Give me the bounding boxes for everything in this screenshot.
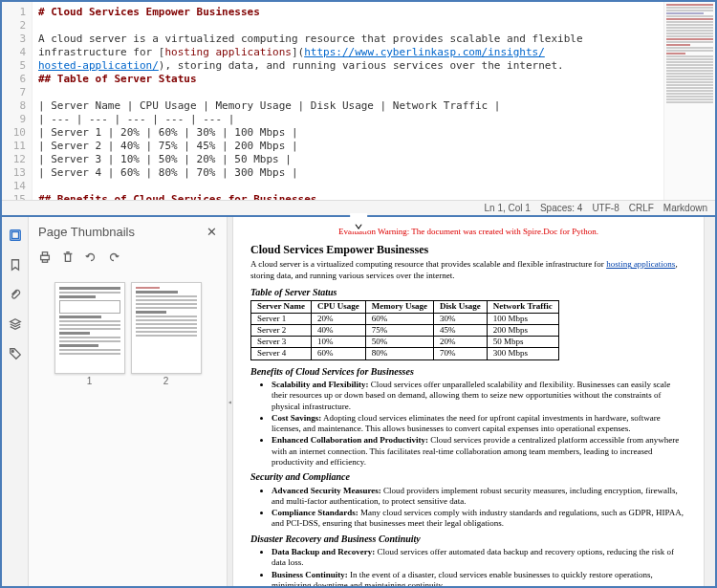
tag-icon[interactable] <box>9 347 22 363</box>
thumbnails-title: Page Thumbnails <box>38 225 135 239</box>
status-language[interactable]: Markdown <box>663 203 707 213</box>
bookmark-icon[interactable] <box>9 258 22 274</box>
editor-main: 1234567891011121314151617 # Cloud Servic… <box>2 2 663 215</box>
document-view[interactable]: Evaluation Warning: The document was cre… <box>233 217 704 586</box>
status-spaces[interactable]: Spaces: 4 <box>540 203 582 213</box>
doc-h2-security: Security and Compliance <box>250 471 686 484</box>
svg-rect-1 <box>11 232 18 239</box>
thumbnails-toolbar <box>29 247 227 274</box>
rotate-ccw-icon[interactable] <box>84 250 98 267</box>
close-icon[interactable]: ✕ <box>206 225 217 239</box>
server-status-table: Server NameCPU UsageMemory UsageDisk Usa… <box>250 300 559 359</box>
doc-h2-disaster: Disaster Recovery and Business Continuit… <box>250 534 686 546</box>
thumb-page-number: 2 <box>131 376 202 386</box>
code-area[interactable]: # Cloud Services Empower BusinessesA clo… <box>33 2 663 215</box>
thumb-page-number: 1 <box>54 376 125 386</box>
status-eol[interactable]: CRLF <box>629 203 654 213</box>
benefits-list: Scalability and Flexibility: Cloud servi… <box>272 380 686 468</box>
disaster-list: Data Backup and Recovery: Cloud services… <box>272 547 686 586</box>
svg-point-2 <box>11 351 13 353</box>
doc-intro: A cloud server is a virtualized computin… <box>250 259 686 281</box>
thumbnails-panel: Page Thumbnails ✕ 1 2 <box>29 217 228 586</box>
evaluation-warning: Evaluation Warning: The document was cre… <box>250 227 686 237</box>
minimap[interactable] <box>663 2 715 215</box>
thumbnails-icon[interactable] <box>9 229 22 245</box>
doc-title: Cloud Services Empower Businesses <box>250 243 686 257</box>
code-editor-pane: 1234567891011121314151617 # Cloud Servic… <box>2 2 715 217</box>
status-encoding[interactable]: UTF-8 <box>592 203 619 213</box>
layers-icon[interactable] <box>9 317 22 334</box>
svg-rect-5 <box>42 260 47 263</box>
svg-rect-4 <box>42 252 47 256</box>
print-icon[interactable] <box>38 250 52 267</box>
line-gutter: 1234567891011121314151617 <box>2 2 33 215</box>
pane-divider-chevron-icon[interactable]: ⌄ <box>350 213 367 231</box>
doc-h2-table: Table of Server Status <box>250 287 686 299</box>
attachment-icon[interactable] <box>9 288 22 304</box>
hosting-link[interactable]: hosting applications <box>606 259 675 269</box>
doc-h2-benefits: Benefits of Cloud Services for Businesse… <box>250 366 686 379</box>
pdf-sidebar-rail <box>2 217 29 586</box>
status-position[interactable]: Ln 1, Col 1 <box>485 203 531 213</box>
page-thumbnail[interactable] <box>131 282 202 374</box>
page-thumbnail[interactable] <box>54 282 125 374</box>
pdf-viewer-pane: Page Thumbnails ✕ 1 2 <box>2 217 715 586</box>
delete-icon[interactable] <box>61 250 75 267</box>
security-list: Advanced Security Measures: Cloud provid… <box>272 486 686 530</box>
rotate-cw-icon[interactable] <box>107 250 120 267</box>
vertical-scrollbar[interactable] <box>704 217 715 586</box>
